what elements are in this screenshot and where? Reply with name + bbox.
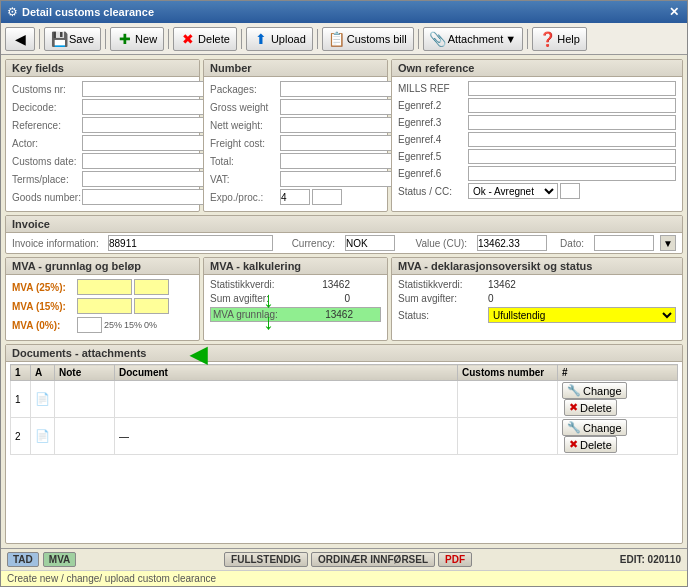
customs-date-input[interactable] [82,153,215,169]
customs-nr-input[interactable] [82,81,215,97]
mva-grunnlag-content: MVA (25%): MVA (15%): MVA (0%): 25% 15% [6,275,199,340]
save-icon: 💾 [51,31,67,47]
decicode-row: Decicode: [12,99,193,115]
own-reference-section: Own reference MILLS REF Egenref.2 Egenre… [391,59,683,212]
number-content: Packages: Gross weight Nett weight: Frei… [204,77,387,211]
egenref6-input[interactable] [468,166,676,181]
invoice-title: Invoice [6,216,682,233]
title-bar-left: ⚙ Detail customs clearance [7,5,154,19]
row1-delete-button[interactable]: ✖ Delete [564,399,617,416]
pdf-button[interactable]: PDF [438,552,472,567]
mva0-input[interactable] [77,317,102,333]
actor-input[interactable] [82,135,215,151]
status-cc-row: Status / CC: Ok - Avregnet [398,183,676,199]
egenref4-input[interactable] [468,132,676,147]
fullstendig-button[interactable]: FULLSTENDIG [224,552,308,567]
row2-delete-button[interactable]: ✖ Delete [564,436,617,453]
upload-button[interactable]: ⬆ Upload [246,27,313,51]
mva15-input2[interactable] [134,298,169,314]
currency-label: Currency: [279,238,339,249]
kalk-sum-row: Sum avgifter: 0 [210,293,381,304]
mva-row: MVA - grunnlag og beløp MVA (25%): MVA (… [5,257,683,341]
date-picker-button[interactable]: ▼ [660,235,676,251]
value-input[interactable] [477,235,547,251]
documents-content: 1 A Note Document Customs number # 1 📄 [6,362,682,457]
col-num-header: 1 [11,365,31,381]
packages-label: Packages: [210,84,280,95]
decicode-input[interactable] [82,99,215,115]
customs-date-row: Customs date: [12,153,193,169]
sep2 [105,29,106,49]
delete-icon-2: ✖ [569,438,578,451]
own-reference-title: Own reference [392,60,682,77]
sep5 [317,29,318,49]
invoice-row: Invoice information: Currency: Value (CU… [6,233,682,253]
currency-input[interactable] [345,235,395,251]
gross-weight-label: Gross weight [210,102,280,113]
date-input[interactable] [594,235,654,251]
kalk-statistikk-row: Statistikkverdi: 13462 [210,279,381,290]
col-document-header: Document [115,365,458,381]
own-reference-content: MILLS REF Egenref.2 Egenref.3 Egenref.4 [392,77,682,205]
mva25-row: MVA (25%): [12,279,193,295]
attachment-button[interactable]: 📎 Attachment ▼ [423,27,524,51]
mva-button[interactable]: MVA [43,552,76,567]
attachment-arrow-icon: ▼ [505,33,516,45]
tad-button[interactable]: TAD [7,552,39,567]
kalk-mva-grunnlag-row: MVA grunnlag: 13462 [210,307,381,322]
egenref5-input[interactable] [468,149,676,164]
egenref2-row: Egenref.2 [398,98,676,113]
egenref5-row: Egenref.5 [398,149,676,164]
egenref4-row: Egenref.4 [398,132,676,147]
help-button[interactable]: ❓ Help [532,27,587,51]
dek-status-select[interactable]: Ufullstendig Fullstendig [488,307,676,323]
row1-note [55,381,115,418]
reference-input[interactable] [82,117,215,133]
row2-change-button[interactable]: 🔧 Change [562,419,627,436]
change-icon-2: 🔧 [567,421,581,434]
row1-change-button[interactable]: 🔧 Change [562,382,627,399]
ordinaer-button[interactable]: ORDINÆR INNFØRSEL [311,552,435,567]
number-title: Number [204,60,387,77]
sep4 [241,29,242,49]
customs-nr-label: Customs nr: [12,84,82,95]
mva-kalk-title: MVA - kalkulering [204,258,387,275]
total-row: Total: [210,153,381,169]
close-button[interactable]: ✕ [667,5,681,19]
row2-note [55,418,115,455]
customs-bill-button[interactable]: 📋 Customs bill [322,27,414,51]
decicode-label: Decicode: [12,102,82,113]
egenref3-row: Egenref.3 [398,115,676,130]
goods-number-input[interactable] [82,189,215,205]
back-button[interactable]: ◀ [5,27,35,51]
invoice-info-input[interactable] [108,235,273,251]
expo-proc-input2[interactable] [312,189,342,205]
key-fields-content: Customs nr: Decicode: Reference: Actor: [6,77,199,211]
total-label: Total: [210,156,280,167]
doc-icon-2: 📄 [35,429,50,443]
terms-place-input[interactable] [82,171,215,187]
egenref2-input[interactable] [468,98,676,113]
new-button[interactable]: ✚ New [110,27,164,51]
mva-grunnlag-title: MVA - grunnlag og beløp [6,258,199,275]
mills-ref-input[interactable] [468,81,676,96]
invoice-info-label: Invoice information: [12,238,102,249]
save-button[interactable]: 💾 Save [44,27,101,51]
egenref4-label: Egenref.4 [398,134,468,145]
status-extra-input[interactable] [560,183,580,199]
status-cc-select[interactable]: Ok - Avregnet [468,183,558,199]
pct25-label: 25% [104,320,122,330]
expo-proc-input[interactable] [280,189,310,205]
kalk-statistikk-value: 13462 [300,279,350,290]
egenref3-input[interactable] [468,115,676,130]
vat-row: VAT: [210,171,381,187]
mva25-input2[interactable] [134,279,169,295]
kalk-sum-label: Sum avgifter: [210,293,300,304]
mva15-input1[interactable] [77,298,132,314]
number-section: Number Packages: Gross weight Nett weigh… [203,59,388,212]
mva25-input1[interactable] [77,279,132,295]
customs-bill-icon: 📋 [329,31,345,47]
row1-customs-number [458,381,558,418]
mva-kalk-content: Statistikkverdi: 13462 Sum avgifter: 0 M… [204,275,387,329]
delete-button[interactable]: ✖ Delete [173,27,237,51]
